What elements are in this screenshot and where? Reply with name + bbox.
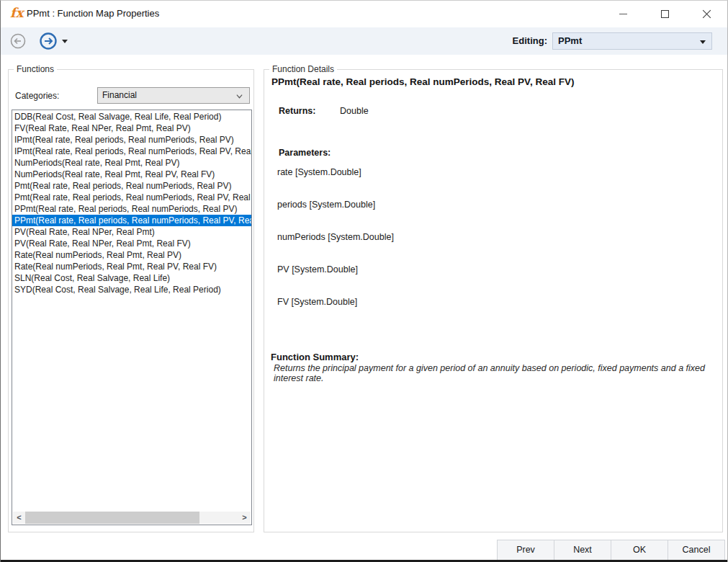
back-circle-arrow-icon	[10, 33, 26, 49]
scrollbar-thumb[interactable]	[25, 512, 199, 524]
close-icon	[702, 9, 711, 19]
ok-button[interactable]: OK	[611, 540, 668, 561]
function-list-item[interactable]: NumPeriods(Real rate, Real Pmt, Real PV)	[12, 157, 251, 169]
forward-circle-arrow-icon	[39, 32, 58, 50]
functions-group: Functions Categories: Financial DDB(Real…	[8, 69, 254, 532]
function-list-item[interactable]: PV(Real Rate, Real NPer, Real Pmt)	[12, 226, 251, 238]
chevron-down-icon	[236, 93, 243, 99]
dropdown-caret-icon	[700, 40, 706, 44]
function-list-item[interactable]: Pmt(Real rate, Real periods, Real numPer…	[12, 192, 251, 203]
maximize-button[interactable]	[644, 1, 686, 27]
parameters-label: Parameters:	[279, 148, 331, 158]
function-list-item[interactable]: SLN(Real Cost, Real Salvage, Real Life)	[12, 272, 251, 284]
back-button[interactable]	[10, 33, 26, 49]
parameter-item: numPeriods [System.Double]	[277, 232, 394, 242]
prev-button[interactable]: Prev	[497, 540, 554, 561]
function-list: DDB(Real Cost, Real Salvage, Real Life, …	[12, 111, 251, 512]
categories-label: Categories:	[15, 91, 59, 101]
title-bar: fx PPmt : Function Map Properties	[1, 1, 727, 27]
functions-group-label: Functions	[14, 64, 57, 74]
fx-function-icon: fx	[10, 5, 23, 20]
editing-function-value: PPmt	[558, 35, 582, 46]
forward-button[interactable]	[39, 32, 58, 50]
function-list-item-selected[interactable]: PPmt(Real rate, Real periods, Real numPe…	[12, 215, 251, 226]
maximize-icon	[661, 10, 669, 18]
function-signature: PPmt(Real rate, Real periods, Real numPe…	[271, 76, 574, 87]
editing-function-dropdown[interactable]: PPmt	[552, 32, 712, 50]
editing-label: Editing:	[513, 35, 547, 46]
function-list-item[interactable]: IPmt(Real rate, Real periods, Real numPe…	[12, 134, 251, 146]
function-list-item[interactable]: FV(Real Rate, Real NPer, Real Pmt, Real …	[12, 122, 251, 134]
function-list-item[interactable]: NumPeriods(Real rate, Real Pmt, Real PV,…	[12, 169, 251, 180]
function-list-item[interactable]: Rate(Real numPeriods, Real Pmt, Real PV)	[12, 249, 251, 261]
categories-value: Financial	[102, 90, 137, 100]
next-button[interactable]: Next	[554, 540, 611, 561]
close-button[interactable]	[686, 1, 727, 27]
returns-label: Returns:	[279, 106, 315, 116]
minimize-button[interactable]	[602, 1, 644, 27]
function-list-item[interactable]: Rate(Real numPeriods, Real Pmt, Real PV,…	[12, 261, 251, 272]
scroll-left-icon[interactable]: <	[13, 512, 25, 524]
parameter-item: periods [System.Double]	[277, 200, 375, 210]
function-listbox: DDB(Real Cost, Real Salvage, Real Life, …	[12, 110, 252, 525]
function-details-group: Function Details PPmt(Real rate, Real pe…	[264, 69, 723, 532]
function-details-group-label: Function Details	[269, 64, 337, 74]
returns-value: Double	[340, 106, 369, 116]
window-controls	[602, 1, 727, 27]
scroll-right-icon[interactable]: >	[238, 512, 251, 524]
horizontal-scrollbar[interactable]: < >	[13, 512, 251, 524]
navigation-toolbar: Editing: PPmt	[1, 27, 727, 55]
cancel-button[interactable]: Cancel	[668, 540, 725, 561]
window-title: PPmt : Function Map Properties	[27, 8, 159, 19]
parameter-item: rate [System.Double]	[277, 167, 361, 177]
minimize-icon	[619, 14, 627, 14]
forward-menu-caret-icon[interactable]	[62, 40, 68, 43]
function-list-item[interactable]: DDB(Real Cost, Real Salvage, Real Life, …	[12, 111, 251, 122]
categories-dropdown[interactable]: Financial	[97, 87, 250, 104]
function-list-item[interactable]: SYD(Real Cost, Real Salvage, Real Life, …	[12, 284, 251, 295]
parameter-item: PV [System.Double]	[277, 264, 358, 275]
function-summary-text: Returns the principal payment for a give…	[274, 363, 714, 383]
footer-button-bar: Prev Next OK Cancel	[497, 540, 725, 561]
function-list-item[interactable]: PV(Real Rate, Real NPer, Real Pmt, Real …	[12, 238, 251, 249]
function-summary-label: Function Summary:	[271, 352, 359, 362]
function-map-properties-dialog: fx PPmt : Function Map Properties Editin…	[0, 0, 728, 562]
function-list-item[interactable]: Pmt(Real rate, Real periods, Real numPer…	[12, 180, 251, 192]
parameter-item: FV [System.Double]	[277, 297, 357, 307]
function-list-item[interactable]: PPmt(Real rate, Real periods, Real numPe…	[12, 203, 251, 215]
function-list-item[interactable]: IPmt(Real rate, Real periods, Real numPe…	[12, 146, 251, 157]
